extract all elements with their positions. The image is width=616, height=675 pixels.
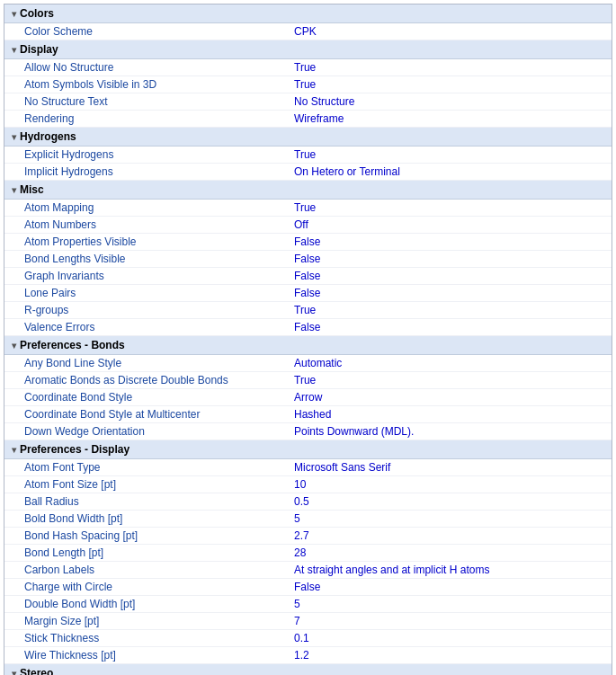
table-row[interactable]: Stick Thickness0.1 [4,630,612,647]
table-row[interactable]: Atom Font TypeMicrosoft Sans Serif [4,459,612,476]
property-value: 2.7 [294,529,604,542]
property-value: True [294,78,604,91]
section-label-colors: Colors [20,7,54,20]
property-name: Carbon Labels [24,564,294,576]
section-header-prefs-bonds[interactable]: ▾Preferences - Bonds [4,336,612,355]
property-name: Wire Thickness [pt] [24,649,294,662]
property-name: Down Wedge Orientation [24,425,294,438]
property-name: Explicit Hydrogens [24,148,294,161]
table-row[interactable]: Implicit HydrogensOn Hetero or Terminal [4,164,612,181]
property-name: Margin Size [pt] [24,615,294,627]
property-value: 0.5 [294,495,604,508]
property-name: No Structure Text [24,95,294,108]
table-row[interactable]: Allow No StructureTrue [4,59,612,76]
table-row[interactable]: Coordinate Bond Style at MulticenterHash… [4,406,612,423]
section-header-display[interactable]: ▾Display [4,40,612,59]
property-name: Color Scheme [24,25,294,38]
property-name: Charge with Circle [24,581,294,593]
property-name: Lone Pairs [24,287,294,299]
property-value: False [294,581,604,593]
table-row[interactable]: Double Bond Width [pt]5 [4,596,612,613]
property-name: Any Bond Line Style [24,357,294,369]
property-name: Bold Bond Width [pt] [24,512,294,525]
chevron-icon-misc: ▾ [12,185,16,195]
table-row[interactable]: Bond Hash Spacing [pt]2.7 [4,528,612,545]
property-name: Ball Radius [24,495,294,508]
section-label-misc: Misc [20,183,44,196]
table-row[interactable]: Atom NumbersOff [4,217,612,234]
table-row[interactable]: No Structure TextNo Structure [4,93,612,111]
property-name: Coordinate Bond Style [24,391,294,404]
property-value: On Hetero or Terminal [294,165,604,178]
property-name: Atom Numbers [24,218,294,231]
table-row[interactable]: Lone PairsFalse [4,285,612,302]
section-header-misc[interactable]: ▾Misc [4,181,612,200]
property-name: Atom Properties Visible [24,235,294,248]
table-row[interactable]: Atom MappingTrue [4,200,612,217]
property-name: Atom Font Size [pt] [24,478,294,491]
property-name: Bond Length [pt] [24,546,294,559]
table-row[interactable]: Explicit HydrogensTrue [4,147,612,164]
property-name: Valence Errors [24,321,294,333]
property-value: 28 [294,546,604,559]
table-row[interactable]: Charge with CircleFalse [4,579,612,596]
table-row[interactable]: Carbon LabelsAt straight angles and at i… [4,562,612,579]
section-label-display: Display [20,43,58,56]
property-value: Microsoft Sans Serif [294,461,604,474]
table-row[interactable]: Atom Symbols Visible in 3DTrue [4,76,612,93]
property-value: Wireframe [294,112,604,125]
property-value: CPK [294,25,604,38]
property-value: True [294,304,604,316]
property-name: Bond Hash Spacing [pt] [24,529,294,542]
table-row[interactable]: Bold Bond Width [pt]5 [4,511,612,528]
table-row[interactable]: Graph InvariantsFalse [4,268,612,285]
property-value: 5 [294,512,604,525]
properties-panel: ▾ColorsColor SchemeCPK▾DisplayAllow No S… [4,4,612,675]
table-row[interactable]: Any Bond Line StyleAutomatic [4,355,612,372]
property-value: 1.2 [294,649,604,662]
table-row[interactable]: Valence ErrorsFalse [4,319,612,336]
table-row[interactable]: Color SchemeCPK [4,23,612,40]
property-value: Arrow [294,391,604,404]
property-value: False [294,287,604,299]
table-row[interactable]: R-groupsTrue [4,302,612,319]
property-value: Hashed [294,408,604,421]
property-value: False [294,321,604,333]
table-row[interactable]: Aromatic Bonds as Discrete Double BondsT… [4,372,612,389]
chevron-icon-prefs-display: ▾ [12,445,16,455]
property-name: Allow No Structure [24,61,294,74]
property-name: Coordinate Bond Style at Multicenter [24,408,294,421]
section-header-prefs-display[interactable]: ▾Preferences - Display [4,440,612,459]
property-value: 10 [294,478,604,491]
property-name: Bond Lengths Visible [24,253,294,265]
property-value: Off [294,218,604,231]
chevron-icon-display: ▾ [12,45,16,55]
section-label-hydrogens: Hydrogens [20,130,76,143]
table-row[interactable]: Down Wedge OrientationPoints Downward (M… [4,423,612,440]
table-row[interactable]: Bond Lengths VisibleFalse [4,251,612,268]
table-row[interactable]: RenderingWireframe [4,111,612,128]
section-header-colors[interactable]: ▾Colors [4,4,612,23]
section-label-prefs-display: Preferences - Display [20,443,129,456]
table-row[interactable]: Ball Radius0.5 [4,493,612,511]
property-value: False [294,253,604,265]
property-name: Atom Symbols Visible in 3D [24,78,294,91]
chevron-icon-colors: ▾ [12,9,16,19]
table-row[interactable]: Bond Length [pt]28 [4,545,612,562]
table-row[interactable]: Coordinate Bond StyleArrow [4,389,612,406]
property-value: True [294,61,604,74]
table-row[interactable]: Atom Properties VisibleFalse [4,234,612,251]
chevron-icon-prefs-bonds: ▾ [12,341,16,351]
table-row[interactable]: Wire Thickness [pt]1.2 [4,647,612,664]
chevron-icon-stereo: ▾ [12,669,16,676]
property-value: True [294,148,604,161]
chevron-icon-hydrogens: ▾ [12,132,16,142]
section-header-stereo[interactable]: ▾Stereo [4,664,612,675]
property-value: At straight angles and at implicit H ato… [294,564,604,576]
section-header-hydrogens[interactable]: ▾Hydrogens [4,128,612,147]
table-row[interactable]: Margin Size [pt]7 [4,613,612,630]
property-value: False [294,270,604,282]
property-value: 5 [294,598,604,610]
property-name: Rendering [24,112,294,125]
table-row[interactable]: Atom Font Size [pt]10 [4,476,612,493]
